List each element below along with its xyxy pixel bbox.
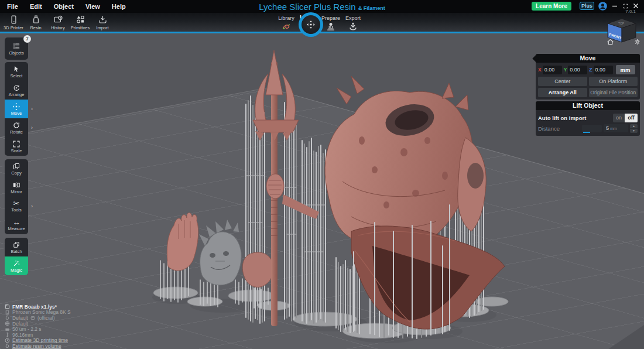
menu-object[interactable]: Object: [54, 3, 74, 10]
toolbar-primitives[interactable]: Primitives: [69, 13, 91, 32]
toolbar-3d-printer[interactable]: 3D Printer: [2, 13, 25, 32]
sidebar-move-button[interactable]: Move ›: [5, 100, 28, 118]
stepper-up-icon[interactable]: ▲: [630, 124, 638, 129]
toggle-on-option[interactable]: on: [613, 114, 625, 122]
print-time-row: Estimate 3D printing time: [5, 338, 71, 344]
lift-panel-header: Lift Object: [536, 101, 640, 110]
import-icon: [98, 15, 108, 25]
tab-library[interactable]: Library: [275, 13, 297, 32]
menu-edit[interactable]: Edit: [30, 3, 42, 10]
z-position-input[interactable]: [594, 66, 613, 74]
toolbar-history[interactable]: History: [47, 13, 69, 32]
sidebar-scale-button[interactable]: Scale: [5, 137, 28, 156]
distance-value-field[interactable]: 5mm: [604, 124, 628, 132]
save-icon: [5, 304, 10, 309]
version-label: 7.0.1: [625, 9, 636, 14]
export-icon: [347, 21, 359, 32]
printer-small-icon: [5, 310, 10, 315]
rotate-expand-chevron: ›: [31, 125, 33, 131]
tab-export[interactable]: Export: [342, 13, 364, 32]
sidebar-copy-button[interactable]: Copy: [5, 159, 28, 178]
z-axis-label: Z: [589, 67, 592, 73]
primitives-icon: [76, 15, 85, 25]
xyz-inputs-row: X Y Z mm: [538, 65, 638, 74]
edit-tools-group: Copy Mirror ✂ Tools › ↔ Measure: [5, 159, 28, 234]
prepare-icon: [325, 21, 337, 32]
resin-volume-row: Estimate resin volume: [5, 343, 71, 349]
move-panel: Move X Y Z mm Center On Plat: [536, 54, 640, 100]
plus-badge[interactable]: Plus: [580, 2, 594, 10]
file-name-row: FMR Boaab x1.lys*: [5, 304, 71, 310]
move-arrows-icon: [306, 20, 316, 29]
x-axis-label: X: [538, 67, 542, 73]
title-bar: File Edit Object View Help Lychee Slicer…: [0, 0, 644, 13]
toolbar-resin[interactable]: Resin: [25, 13, 47, 32]
home-view-button[interactable]: [605, 37, 615, 46]
objects-group: 7 Objects: [5, 37, 28, 60]
printer-row: Phrozen Sonic Mega 8K S: [5, 310, 71, 316]
layer-row: 50 um - 2.2 s: [5, 326, 71, 332]
sidebar-measure-button[interactable]: ↔ Measure: [5, 215, 28, 234]
measure-arrows-icon: ↔: [13, 218, 20, 226]
learn-more-button[interactable]: Learn More: [532, 2, 571, 11]
resin-bottle-icon: [31, 15, 41, 25]
official-printer-icon: [30, 316, 35, 320]
batch-magic-group: Batch Magic: [5, 238, 28, 275]
gear-icon: [633, 38, 641, 46]
height-row: 96.16mm: [5, 332, 71, 338]
estimate-time-link[interactable]: Estimate 3D printing time: [12, 337, 68, 343]
sidebar-rotate-button[interactable]: Rotate ›: [5, 118, 28, 137]
move-expand-chevron: ›: [31, 106, 33, 112]
estimate-volume-link[interactable]: Estimate resin volume: [12, 343, 61, 349]
sidebar-mirror-button[interactable]: Mirror: [5, 178, 28, 197]
y-axis-label: Y: [564, 67, 567, 73]
sidebar-arrange-button[interactable]: Arrange: [5, 81, 28, 100]
cube-top-label: TOP: [618, 22, 625, 25]
scale-icon: [12, 140, 20, 148]
auto-lift-label: Auto lift on import: [538, 115, 586, 121]
sidebar-objects-button[interactable]: 7 Objects: [5, 37, 28, 60]
home-icon: [607, 38, 614, 46]
viewport-settings-button[interactable]: [632, 37, 642, 46]
on-platform-button[interactable]: On Platform: [589, 77, 638, 86]
sidebar-select-button[interactable]: Select: [5, 62, 28, 81]
library-icon: [280, 21, 292, 32]
scissors-icon: ✂: [13, 200, 20, 207]
center-button[interactable]: Center: [538, 77, 587, 86]
objects-list-icon: [12, 42, 21, 50]
auto-lift-toggle[interactable]: on off: [613, 114, 638, 122]
arrange-icon: [12, 84, 20, 92]
transform-tools-group: Select Arrange Move › Rotate › Scale: [5, 62, 28, 156]
print-summary: FMR Boaab x1.lys* Phrozen Sonic Mega 8K …: [5, 304, 71, 349]
rotate-icon: [12, 121, 20, 129]
select-cursor-icon: [12, 65, 20, 73]
toolbar-import[interactable]: Import: [91, 13, 114, 32]
user-avatar[interactable]: [598, 1, 608, 11]
toggle-off-option[interactable]: off: [625, 114, 638, 122]
tab-layout-active-circle[interactable]: [299, 12, 323, 37]
arrange-all-button[interactable]: Arrange All: [538, 88, 587, 97]
distance-stepper[interactable]: ▲ ▼: [630, 124, 638, 133]
objects-count-badge: 7: [23, 35, 31, 43]
minimize-button[interactable]: [610, 1, 619, 11]
menu-view[interactable]: View: [85, 3, 100, 10]
menu-file[interactable]: File: [7, 3, 18, 10]
lychee-slicer-window: File Edit Object View Help Lychee Slicer…: [0, 0, 644, 349]
sidebar-tools-button[interactable]: ✂ Tools ›: [5, 197, 28, 215]
x-position-input[interactable]: [543, 66, 562, 74]
history-icon: [53, 15, 63, 25]
original-file-position-button[interactable]: Original File Position: [589, 88, 638, 97]
stepper-down-icon[interactable]: ▼: [630, 129, 638, 133]
sidebar-magic-button[interactable]: Magic: [5, 256, 28, 275]
sidebar-batch-button[interactable]: Batch: [5, 238, 28, 256]
move-icon: [12, 102, 20, 111]
batch-icon: [12, 241, 20, 249]
volume-drop-icon: [5, 343, 10, 348]
y-position-input[interactable]: [568, 66, 587, 74]
maximize-icon: [622, 3, 629, 9]
unit-mm-button[interactable]: mm: [616, 65, 635, 74]
minimize-icon: [612, 3, 618, 9]
menu-help[interactable]: Help: [112, 3, 126, 10]
distance-slider[interactable]: [582, 125, 602, 132]
resin-row: Default (official): [5, 315, 71, 321]
